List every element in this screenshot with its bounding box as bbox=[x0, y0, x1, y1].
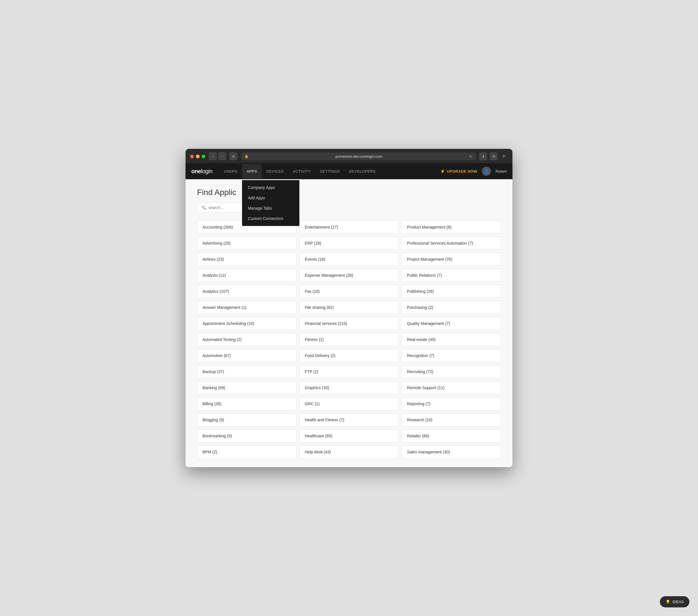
category-item[interactable]: Bookmarking (5) bbox=[197, 429, 296, 443]
fullscreen-button[interactable]: ⧉ bbox=[489, 152, 498, 160]
dropdown-custom-connectors[interactable]: Custom Connectors bbox=[242, 213, 299, 224]
category-item[interactable]: Backup (37) bbox=[197, 365, 296, 378]
category-item[interactable]: Fax (16) bbox=[299, 285, 399, 298]
category-item[interactable]: Remote Support (11) bbox=[402, 381, 501, 394]
refresh-button[interactable]: ↻ bbox=[469, 154, 472, 158]
category-item[interactable]: Sales management (30) bbox=[402, 445, 501, 459]
category-item[interactable]: Recognition (7) bbox=[402, 349, 501, 362]
category-item[interactable]: Healthcare (65) bbox=[299, 429, 399, 443]
category-item[interactable]: Airlines (23) bbox=[197, 253, 296, 266]
category-item[interactable]: Expense Management (26) bbox=[299, 269, 399, 282]
nav-right: ⚡ UPGRADE NOW 👤 Robert bbox=[440, 167, 507, 176]
nav-items: USERS APPS Company Apps Add Apps Manage … bbox=[219, 164, 440, 179]
search-icon: 🔍 bbox=[201, 205, 206, 210]
address-bar[interactable]: 🔒 pomerium-dev.onelogin.com ↻ bbox=[241, 153, 476, 160]
category-item[interactable]: Advertising (29) bbox=[197, 237, 296, 250]
new-tab-button[interactable]: + bbox=[500, 152, 508, 160]
category-item[interactable]: Product Management (8) bbox=[402, 221, 501, 234]
nav-item-settings[interactable]: SETTINGS bbox=[316, 164, 345, 179]
forward-button[interactable]: › bbox=[218, 152, 226, 160]
category-item[interactable]: BPM (2) bbox=[197, 445, 296, 459]
category-item[interactable]: Quality Management (7) bbox=[402, 317, 501, 330]
category-item[interactable]: Health and Fitness (7) bbox=[299, 413, 399, 426]
browser-action-buttons: ⬆ ⧉ + bbox=[479, 152, 508, 160]
category-item[interactable]: Real estate (45) bbox=[402, 333, 501, 346]
category-item[interactable]: Professional Services Automation (7) bbox=[402, 237, 501, 250]
dropdown-add-apps[interactable]: Add Apps bbox=[242, 193, 299, 203]
nav-item-activity[interactable]: ACTIVITY bbox=[288, 164, 316, 179]
category-item[interactable]: Graphics (30) bbox=[299, 381, 399, 394]
category-item[interactable]: Retailer (86) bbox=[402, 429, 501, 443]
dropdown-company-apps[interactable]: Company Apps bbox=[242, 182, 299, 193]
main-content: Find Applic 🔍 Accounting (306)Entertainm… bbox=[185, 179, 513, 467]
app-logo[interactable]: onelogin bbox=[191, 168, 212, 174]
dropdown-manage-tabs[interactable]: Manage Tabs bbox=[242, 203, 299, 213]
category-item[interactable]: Automotive (67) bbox=[197, 349, 296, 362]
category-item[interactable]: Financial services (215) bbox=[299, 317, 399, 330]
avatar[interactable]: 👤 bbox=[482, 167, 491, 176]
category-item[interactable]: GRC (1) bbox=[299, 397, 399, 410]
category-item[interactable]: Answer Management (1) bbox=[197, 301, 296, 314]
category-item[interactable]: Blogging (9) bbox=[197, 413, 296, 426]
category-item[interactable]: File sharing (62) bbox=[299, 301, 399, 314]
user-name: Robert bbox=[495, 169, 507, 173]
category-item[interactable]: Food Delivery (2) bbox=[299, 349, 399, 362]
nav-item-apps-wrapper: APPS Company Apps Add Apps Manage Tabs C… bbox=[242, 164, 262, 179]
category-item[interactable]: Events (16) bbox=[299, 253, 399, 266]
bolt-icon: ⚡ bbox=[440, 169, 445, 173]
browser-window: ‹ › ⊞ 🔒 pomerium-dev.onelogin.com ↻ ⬆ ⧉ … bbox=[185, 149, 513, 467]
nav-item-devices[interactable]: DEVICES bbox=[262, 164, 289, 179]
category-item[interactable]: Research (10) bbox=[402, 413, 501, 426]
category-item[interactable]: Entertainment (17) bbox=[299, 221, 399, 234]
category-item[interactable]: Purchasing (2) bbox=[402, 301, 501, 314]
browser-chrome: ‹ › ⊞ 🔒 pomerium-dev.onelogin.com ↻ ⬆ ⧉ … bbox=[185, 149, 513, 163]
category-item[interactable]: Reporting (7) bbox=[402, 397, 501, 410]
category-item[interactable]: Analysts (12) bbox=[197, 269, 296, 282]
category-item[interactable]: Banking (69) bbox=[197, 381, 296, 394]
traffic-lights bbox=[190, 155, 205, 158]
category-item[interactable]: Automated Testing (2) bbox=[197, 333, 296, 346]
category-item[interactable]: Billing (26) bbox=[197, 397, 296, 410]
nav-item-apps[interactable]: APPS bbox=[242, 164, 262, 179]
lock-icon: 🔒 bbox=[244, 154, 249, 158]
nav-item-users[interactable]: USERS bbox=[219, 164, 242, 179]
apps-dropdown-menu: Company Apps Add Apps Manage Tabs Custom… bbox=[242, 180, 299, 226]
category-item[interactable]: Publishing (26) bbox=[402, 285, 501, 298]
back-button[interactable]: ‹ bbox=[209, 152, 217, 160]
category-item[interactable]: Appointment Scheduling (16) bbox=[197, 317, 296, 330]
app-navbar: onelogin USERS APPS Company Apps Add App… bbox=[185, 163, 513, 179]
avatar-icon: 👤 bbox=[484, 169, 489, 174]
browser-nav-arrows: ‹ › bbox=[209, 152, 226, 160]
category-item[interactable]: Recruiting (72) bbox=[402, 365, 501, 378]
maximize-button[interactable] bbox=[201, 155, 205, 158]
close-button[interactable] bbox=[190, 155, 194, 158]
category-item[interactable]: Fitness (1) bbox=[299, 333, 399, 346]
upgrade-label: UPGRADE NOW bbox=[447, 169, 477, 173]
categories-grid: Accounting (306)Entertainment (17)Produc… bbox=[197, 221, 501, 459]
minimize-button[interactable] bbox=[196, 155, 199, 158]
url-text: pomerium-dev.onelogin.com bbox=[251, 154, 467, 158]
nav-item-developers[interactable]: DEVELOPERS bbox=[345, 164, 380, 179]
category-item[interactable]: Public Relations (7) bbox=[402, 269, 501, 282]
category-item[interactable]: Help desk (43) bbox=[299, 445, 399, 459]
category-item[interactable]: Analytics (107) bbox=[197, 285, 296, 298]
category-item[interactable]: Project Management (76) bbox=[402, 253, 501, 266]
upgrade-button[interactable]: ⚡ UPGRADE NOW bbox=[440, 169, 477, 173]
tab-icon-button[interactable]: ⊞ bbox=[229, 152, 237, 160]
share-button[interactable]: ⬆ bbox=[479, 152, 487, 160]
category-item[interactable]: ERP (28) bbox=[299, 237, 399, 250]
category-item[interactable]: FTP (2) bbox=[299, 365, 399, 378]
